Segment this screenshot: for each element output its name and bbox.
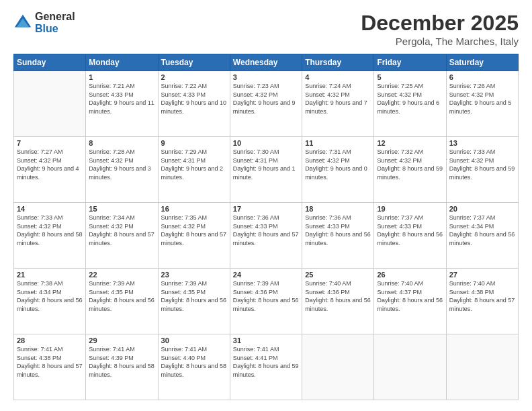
cell-3-1: 22Sunrise: 7:39 AMSunset: 4:35 PMDayligh… [86, 269, 158, 334]
day-number: 21 [17, 271, 83, 279]
cell-info: Sunrise: 7:36 AMSunset: 4:33 PMDaylight:… [305, 214, 371, 247]
cell-1-0: 7Sunrise: 7:27 AMSunset: 4:32 PMDaylight… [14, 137, 86, 203]
cell-info: Sunrise: 7:40 AMSunset: 4:36 PMDaylight:… [305, 279, 371, 313]
cell-3-2: 23Sunrise: 7:39 AMSunset: 4:35 PMDayligh… [158, 269, 230, 334]
day-number: 31 [233, 336, 299, 345]
day-number: 9 [161, 139, 227, 147]
calendar-header-row: Sunday Monday Tuesday Wednesday Thursday… [14, 54, 519, 71]
cell-info: Sunrise: 7:41 AMSunset: 4:39 PMDaylight:… [89, 345, 154, 379]
cell-2-0: 14Sunrise: 7:33 AMSunset: 4:32 PMDayligh… [14, 203, 86, 269]
cell-4-6 [446, 334, 518, 400]
cell-2-5: 19Sunrise: 7:37 AMSunset: 4:33 PMDayligh… [374, 203, 446, 269]
cell-4-0: 28Sunrise: 7:41 AMSunset: 4:38 PMDayligh… [14, 334, 86, 400]
cell-info: Sunrise: 7:25 AMSunset: 4:32 PMDaylight:… [377, 82, 443, 116]
title-block: December 2025 Pergola, The Marches, Ital… [361, 11, 519, 47]
day-number: 14 [17, 205, 83, 213]
cell-info: Sunrise: 7:24 AMSunset: 4:32 PMDaylight:… [305, 82, 371, 116]
day-number: 25 [305, 271, 371, 279]
header: General Blue December 2025 Pergola, The … [13, 11, 519, 47]
cell-4-1: 29Sunrise: 7:41 AMSunset: 4:39 PMDayligh… [86, 334, 158, 400]
cell-info: Sunrise: 7:39 AMSunset: 4:35 PMDaylight:… [89, 279, 154, 313]
day-number: 27 [449, 271, 515, 279]
cell-info: Sunrise: 7:38 AMSunset: 4:34 PMDaylight:… [17, 279, 83, 313]
cell-0-3: 3Sunrise: 7:23 AMSunset: 4:32 PMDaylight… [230, 71, 302, 137]
logo-icon [13, 13, 32, 32]
day-number: 24 [233, 271, 299, 279]
day-number: 1 [89, 73, 154, 81]
cell-1-3: 10Sunrise: 7:30 AMSunset: 4:31 PMDayligh… [230, 137, 302, 203]
cell-1-5: 12Sunrise: 7:32 AMSunset: 4:32 PMDayligh… [374, 137, 446, 203]
cell-4-5 [374, 334, 446, 400]
cell-2-2: 16Sunrise: 7:35 AMSunset: 4:32 PMDayligh… [158, 203, 230, 269]
cell-1-6: 13Sunrise: 7:33 AMSunset: 4:32 PMDayligh… [446, 137, 518, 203]
cell-3-4: 25Sunrise: 7:40 AMSunset: 4:36 PMDayligh… [302, 269, 374, 334]
cell-info: Sunrise: 7:35 AMSunset: 4:32 PMDaylight:… [161, 214, 227, 247]
day-number: 16 [161, 205, 227, 213]
day-number: 30 [161, 336, 227, 345]
cell-2-1: 15Sunrise: 7:34 AMSunset: 4:32 PMDayligh… [86, 203, 158, 269]
page: General Blue December 2025 Pergola, The … [0, 0, 532, 411]
cell-info: Sunrise: 7:37 AMSunset: 4:33 PMDaylight:… [377, 214, 443, 247]
cell-3-0: 21Sunrise: 7:38 AMSunset: 4:34 PMDayligh… [14, 269, 86, 334]
day-number: 10 [233, 139, 299, 147]
week-row-5: 28Sunrise: 7:41 AMSunset: 4:38 PMDayligh… [14, 334, 519, 400]
cell-info: Sunrise: 7:28 AMSunset: 4:32 PMDaylight:… [89, 148, 154, 181]
cell-info: Sunrise: 7:36 AMSunset: 4:33 PMDaylight:… [233, 214, 299, 247]
cell-info: Sunrise: 7:40 AMSunset: 4:38 PMDaylight:… [449, 279, 515, 313]
day-number: 15 [89, 205, 154, 213]
calendar-table: Sunday Monday Tuesday Wednesday Thursday… [13, 54, 519, 400]
day-number: 6 [449, 73, 515, 81]
day-number: 26 [377, 271, 443, 279]
cell-info: Sunrise: 7:39 AMSunset: 4:35 PMDaylight:… [161, 279, 227, 313]
day-number: 22 [89, 271, 154, 279]
day-number: 23 [161, 271, 227, 279]
col-thursday: Thursday [302, 54, 374, 71]
week-row-1: 1Sunrise: 7:21 AMSunset: 4:33 PMDaylight… [14, 71, 519, 137]
cell-1-2: 9Sunrise: 7:29 AMSunset: 4:31 PMDaylight… [158, 137, 230, 203]
day-number: 2 [161, 73, 227, 81]
day-number: 29 [89, 336, 154, 345]
location: Pergola, The Marches, Italy [361, 36, 519, 47]
month-title: December 2025 [361, 11, 519, 36]
cell-0-1: 1Sunrise: 7:21 AMSunset: 4:33 PMDaylight… [86, 71, 158, 137]
cell-info: Sunrise: 7:41 AMSunset: 4:41 PMDaylight:… [233, 345, 299, 379]
cell-0-0 [14, 71, 86, 137]
day-number: 3 [233, 73, 299, 81]
day-number: 19 [377, 205, 443, 213]
cell-info: Sunrise: 7:21 AMSunset: 4:33 PMDaylight:… [89, 82, 154, 116]
cell-info: Sunrise: 7:33 AMSunset: 4:32 PMDaylight:… [449, 148, 515, 181]
cell-info: Sunrise: 7:31 AMSunset: 4:32 PMDaylight:… [305, 148, 371, 181]
cell-4-4 [302, 334, 374, 400]
col-saturday: Saturday [446, 54, 518, 71]
week-row-4: 21Sunrise: 7:38 AMSunset: 4:34 PMDayligh… [14, 269, 519, 334]
col-tuesday: Tuesday [158, 54, 230, 71]
cell-info: Sunrise: 7:41 AMSunset: 4:38 PMDaylight:… [17, 345, 83, 379]
logo: General Blue [13, 11, 75, 35]
day-number: 20 [449, 205, 515, 213]
day-number: 28 [17, 336, 83, 345]
cell-1-4: 11Sunrise: 7:31 AMSunset: 4:32 PMDayligh… [302, 137, 374, 203]
day-number: 5 [377, 73, 443, 81]
day-number: 7 [17, 139, 83, 147]
day-number: 4 [305, 73, 371, 81]
cell-2-4: 18Sunrise: 7:36 AMSunset: 4:33 PMDayligh… [302, 203, 374, 269]
week-row-3: 14Sunrise: 7:33 AMSunset: 4:32 PMDayligh… [14, 203, 519, 269]
cell-info: Sunrise: 7:37 AMSunset: 4:34 PMDaylight:… [449, 214, 515, 247]
cell-info: Sunrise: 7:32 AMSunset: 4:32 PMDaylight:… [377, 148, 443, 181]
col-wednesday: Wednesday [230, 54, 302, 71]
col-monday: Monday [86, 54, 158, 71]
cell-info: Sunrise: 7:26 AMSunset: 4:32 PMDaylight:… [449, 82, 515, 116]
day-number: 8 [89, 139, 154, 147]
cell-1-1: 8Sunrise: 7:28 AMSunset: 4:32 PMDaylight… [86, 137, 158, 203]
cell-info: Sunrise: 7:22 AMSunset: 4:33 PMDaylight:… [161, 82, 227, 116]
cell-info: Sunrise: 7:30 AMSunset: 4:31 PMDaylight:… [233, 148, 299, 181]
cell-info: Sunrise: 7:40 AMSunset: 4:37 PMDaylight:… [377, 279, 443, 313]
cell-3-5: 26Sunrise: 7:40 AMSunset: 4:37 PMDayligh… [374, 269, 446, 334]
cell-0-4: 4Sunrise: 7:24 AMSunset: 4:32 PMDaylight… [302, 71, 374, 137]
cell-3-6: 27Sunrise: 7:40 AMSunset: 4:38 PMDayligh… [446, 269, 518, 334]
col-sunday: Sunday [14, 54, 86, 71]
col-friday: Friday [374, 54, 446, 71]
cell-0-2: 2Sunrise: 7:22 AMSunset: 4:33 PMDaylight… [158, 71, 230, 137]
day-number: 13 [449, 139, 515, 147]
day-number: 12 [377, 139, 443, 147]
